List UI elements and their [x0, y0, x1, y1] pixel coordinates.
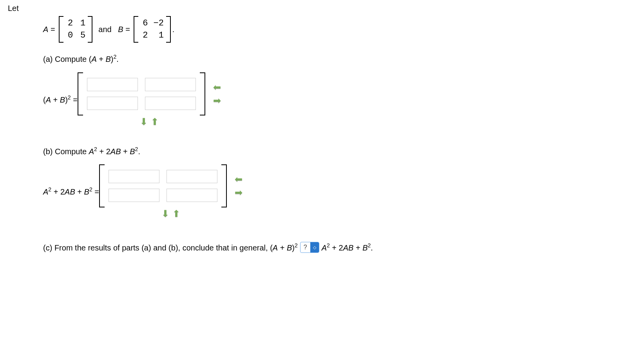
matrix-B: 6 −2 2 1 — [134, 16, 170, 43]
remove-column-icon[interactable]: ⬅ — [235, 175, 243, 184]
part-a-input-r2c2[interactable] — [145, 97, 196, 110]
part-b-input-r2c1[interactable] — [109, 189, 159, 202]
var-B: B — [118, 25, 123, 34]
remove-row-icon[interactable]: ⬆ — [172, 209, 180, 218]
matrixB-r1c1: 6 — [141, 18, 148, 28]
matrix-definition-row: A = 2 1 0 5 and B = 6 −2 — [43, 16, 611, 43]
remove-column-icon[interactable]: ⬅ — [213, 83, 221, 92]
matrixA-r2c2: 5 — [78, 31, 85, 40]
add-column-icon[interactable]: ➡ — [213, 96, 221, 105]
part-c-row: (c) From the results of parts (a) and (b… — [43, 242, 611, 253]
part-a-input-r2c1[interactable] — [87, 97, 138, 110]
part-a-answer-matrix — [78, 72, 205, 115]
part-b-input-r2c2[interactable] — [167, 189, 217, 202]
chevron-updown-icon: ◇ — [310, 242, 319, 252]
part-a-label: (a) Compute (A + B)2. — [43, 54, 611, 64]
add-row-icon[interactable]: ⬇ — [161, 209, 169, 218]
part-a-lhs: (A + B)2 = — [43, 94, 78, 105]
matrixA-r1c1: 2 — [66, 18, 73, 28]
add-row-icon[interactable]: ⬇ — [140, 117, 148, 126]
matrixB-r2c1: 2 — [141, 31, 148, 40]
part-a-input-r1c2[interactable] — [145, 78, 196, 91]
matrixA-r1c2: 1 — [78, 18, 85, 28]
part-a-answer-row: (A + B)2 = ⬅ — [43, 72, 611, 126]
matrix-A: 2 1 0 5 — [59, 16, 92, 43]
part-b-lhs: A2 + 2AB + B2 = — [43, 186, 99, 196]
part-b-label: (b) Compute A2 + 2AB + B2. — [43, 146, 611, 156]
part-b-answer-matrix — [99, 164, 227, 207]
equals-sign-b: = — [123, 25, 132, 34]
add-column-icon[interactable]: ➡ — [235, 188, 243, 197]
equals-sign: = — [48, 25, 57, 34]
and-text: and — [94, 25, 118, 34]
matrixB-r2c2: 1 — [153, 31, 163, 40]
matrixB-r1c2: −2 — [153, 18, 163, 28]
remove-row-icon[interactable]: ⬆ — [151, 117, 159, 126]
part-b-answer-row: A2 + 2AB + B2 = ⬅ — [43, 164, 611, 218]
var-A: A — [43, 25, 48, 34]
relation-select[interactable]: ? ◇ — [300, 242, 319, 253]
intro-text: Let — [8, 4, 611, 13]
part-b-input-r1c2[interactable] — [167, 170, 217, 183]
part-b-input-r1c1[interactable] — [109, 170, 159, 183]
relation-select-placeholder: ? — [300, 244, 310, 251]
matrixA-r2c1: 0 — [66, 31, 73, 40]
part-a-input-r1c1[interactable] — [87, 78, 138, 91]
period: . — [172, 25, 175, 34]
